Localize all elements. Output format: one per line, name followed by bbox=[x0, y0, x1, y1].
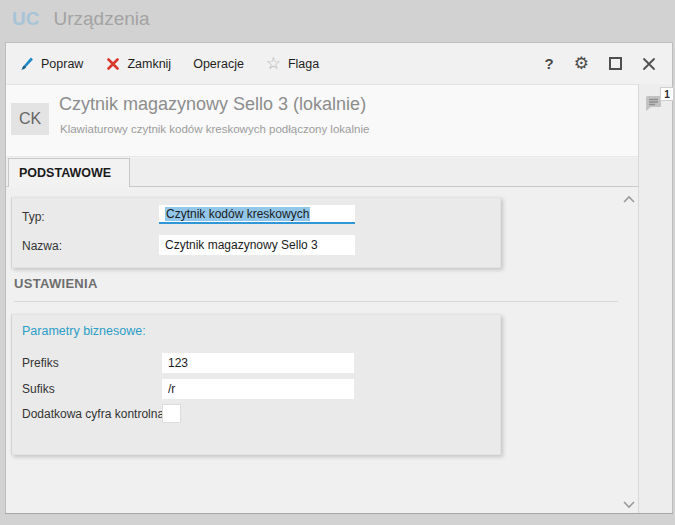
prefiks-label: Prefiks bbox=[22, 356, 59, 370]
page-title: Czytnik magazynowy Sello 3 (lokalnie) bbox=[59, 94, 366, 115]
red-x-icon bbox=[105, 58, 120, 70]
basic-panel: Typ: Czytnik kodów kreskowych Nazwa: bbox=[11, 197, 501, 268]
maximize-icon[interactable] bbox=[609, 57, 622, 70]
app-tab-initials: UC bbox=[12, 8, 39, 30]
flaga-label: Flaga bbox=[288, 57, 319, 71]
zamknij-label: Zamknij bbox=[127, 57, 171, 71]
help-icon[interactable]: ? bbox=[545, 55, 554, 72]
tab-podstawowe-label: PODSTAWOWE bbox=[19, 166, 111, 180]
checkbox-label: Dodatkowa cyfra kontrolna bbox=[22, 407, 164, 421]
dodatkowa-cyfra-checkbox[interactable] bbox=[162, 404, 181, 423]
content-area: Typ: Czytnik kodów kreskowych Nazwa: UST… bbox=[6, 187, 638, 513]
tab-podstawowe[interactable]: PODSTAWOWE bbox=[8, 158, 130, 187]
scroll-up-icon[interactable] bbox=[622, 192, 636, 204]
notes-rail: 1 bbox=[638, 84, 672, 513]
star-icon: ☆ bbox=[266, 55, 281, 72]
gear-icon[interactable]: ⚙ bbox=[574, 55, 589, 72]
typ-value-selected-text: Czytnik kodów kreskowych bbox=[165, 207, 310, 221]
window-controls: ? ⚙ bbox=[545, 43, 672, 84]
toolbar: Popraw Zamknij Operacje ☆ Flaga ? ⚙ bbox=[6, 43, 672, 84]
brush-icon bbox=[19, 56, 34, 71]
app-tab-title: Urządzenia bbox=[53, 8, 149, 30]
sufiks-input[interactable] bbox=[162, 379, 354, 399]
nazwa-input[interactable] bbox=[159, 235, 355, 255]
operacje-label: Operacje bbox=[193, 57, 244, 71]
notes-panel-toggle[interactable]: 1 bbox=[644, 93, 670, 117]
page-subtitle: Klawiaturowy czytnik kodów kreskowych po… bbox=[60, 123, 369, 135]
avatar: CK bbox=[11, 103, 49, 135]
typ-input[interactable]: Czytnik kodów kreskowych bbox=[159, 205, 355, 224]
sufiks-label: Sufiks bbox=[22, 382, 55, 396]
tab-strip: PODSTAWOWE bbox=[6, 158, 638, 187]
device-window: Popraw Zamknij Operacje ☆ Flaga ? ⚙ bbox=[5, 42, 673, 514]
zamknij-button[interactable]: Zamknij bbox=[105, 57, 171, 71]
notes-count-badge: 1 bbox=[660, 87, 674, 101]
screen: UC Urządzenia Popraw bbox=[0, 0, 675, 525]
app-tab-urzadzenia[interactable]: UC Urządzenia bbox=[12, 8, 150, 30]
nazwa-label: Nazwa: bbox=[22, 239, 62, 253]
typ-label: Typ: bbox=[22, 210, 45, 224]
business-params-panel: Parametry biznesowe: Prefiks Sufiks Doda… bbox=[11, 314, 501, 455]
prefiks-input[interactable] bbox=[162, 353, 354, 373]
popraw-button[interactable]: Popraw bbox=[19, 56, 83, 71]
operacje-button[interactable]: Operacje bbox=[193, 57, 244, 71]
close-icon[interactable] bbox=[642, 57, 656, 71]
scroll-down-icon[interactable] bbox=[622, 496, 636, 508]
app-titlebar: UC Urządzenia bbox=[0, 0, 675, 42]
vertical-scrollbar[interactable] bbox=[620, 187, 638, 513]
section-ustawienia: USTAWIENIA bbox=[14, 276, 98, 291]
group-title: Parametry biznesowe: bbox=[22, 324, 146, 338]
record-header: CK Czytnik magazynowy Sello 3 (lokalnie)… bbox=[6, 84, 638, 157]
section-divider bbox=[14, 301, 618, 302]
popraw-label: Popraw bbox=[41, 57, 83, 71]
flaga-button[interactable]: ☆ Flaga bbox=[266, 55, 319, 72]
